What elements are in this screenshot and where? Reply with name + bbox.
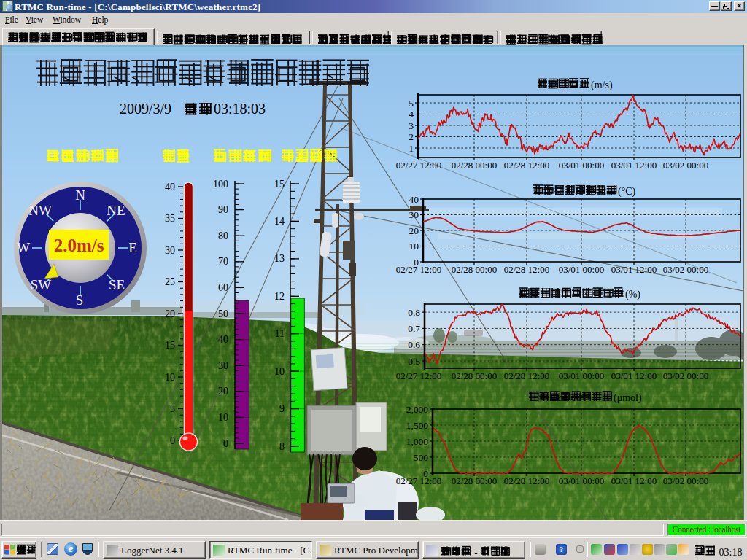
svg-text:N: N xyxy=(75,187,85,203)
svg-text:03/01 12:00: 03/01 12:00 xyxy=(611,160,657,171)
svg-text:03/02 00:00: 03/02 00:00 xyxy=(663,160,708,171)
svg-text:03/01 12:00: 03/01 12:00 xyxy=(611,264,657,275)
svg-text:10: 10 xyxy=(409,241,419,252)
svg-text:2.0m/s: 2.0m/s xyxy=(54,236,104,255)
svg-text:80: 80 xyxy=(218,230,228,241)
svg-text:30: 30 xyxy=(165,245,175,256)
svg-text:15: 15 xyxy=(274,179,285,190)
svg-text:03/02 00:00: 03/02 00:00 xyxy=(663,370,708,381)
svg-text:9: 9 xyxy=(279,403,285,414)
svg-text:0.7: 0.7 xyxy=(408,323,420,334)
svg-text:30: 30 xyxy=(409,209,419,220)
svg-text:W: W xyxy=(17,240,30,255)
svg-text:03/01 00:00: 03/01 00:00 xyxy=(559,475,604,486)
svg-text:0: 0 xyxy=(223,438,228,449)
svg-text:02/28 00:00: 02/28 00:00 xyxy=(452,475,497,486)
svg-text:NW: NW xyxy=(28,203,52,218)
svg-text:50: 50 xyxy=(218,308,228,319)
svg-text:40: 40 xyxy=(218,334,228,345)
svg-text:15: 15 xyxy=(165,340,175,351)
svg-text:02/27 12:00: 02/27 12:00 xyxy=(396,370,441,381)
svg-text:(%): (%) xyxy=(625,289,640,300)
svg-text:02/27 12:00: 02/27 12:00 xyxy=(396,475,441,486)
svg-text:02/28 12:00: 02/28 12:00 xyxy=(504,475,549,486)
svg-text:S: S xyxy=(76,292,84,308)
svg-text:13: 13 xyxy=(274,253,285,264)
svg-text:03/01 00:00: 03/01 00:00 xyxy=(559,264,604,275)
svg-text:2: 2 xyxy=(409,131,414,142)
svg-text:02/28 12:00: 02/28 12:00 xyxy=(504,160,549,171)
svg-text:60: 60 xyxy=(218,282,228,293)
svg-text:100: 100 xyxy=(213,179,228,190)
svg-text:03/02 00:00: 03/02 00:00 xyxy=(663,264,708,275)
svg-text:02/27 12:00: 02/27 12:00 xyxy=(396,264,441,275)
svg-text:8: 8 xyxy=(279,441,285,452)
svg-text:12: 12 xyxy=(274,291,285,302)
svg-text:10: 10 xyxy=(274,366,285,377)
svg-text:NE: NE xyxy=(107,203,125,218)
svg-text:5: 5 xyxy=(170,403,175,414)
svg-text:40: 40 xyxy=(409,194,419,205)
svg-text:1,000: 1,000 xyxy=(406,436,429,447)
svg-text:20: 20 xyxy=(409,225,419,236)
svg-text:14: 14 xyxy=(274,216,285,227)
svg-text:40: 40 xyxy=(165,182,175,192)
svg-text:02/28 00:00: 02/28 00:00 xyxy=(452,264,497,275)
svg-text:70: 70 xyxy=(218,256,228,267)
svg-text:02/28 00:00: 02/28 00:00 xyxy=(452,370,497,381)
svg-text:02/28 12:00: 02/28 12:00 xyxy=(504,370,549,381)
svg-text:03:18:03: 03:18:03 xyxy=(214,101,266,117)
svg-text:03/01 00:00: 03/01 00:00 xyxy=(559,160,604,171)
svg-text:03/02 00:00: 03/02 00:00 xyxy=(663,475,708,486)
svg-text:02/28 00:00: 02/28 00:00 xyxy=(452,160,497,171)
svg-text:0.5: 0.5 xyxy=(408,356,420,367)
svg-text:20: 20 xyxy=(165,308,175,319)
svg-text:35: 35 xyxy=(165,213,175,224)
svg-text:30: 30 xyxy=(218,360,228,371)
svg-text:10: 10 xyxy=(218,412,228,423)
svg-text:0.8: 0.8 xyxy=(408,307,420,318)
svg-text:20: 20 xyxy=(218,386,228,397)
svg-text:03/01 12:00: 03/01 12:00 xyxy=(611,370,657,381)
svg-text:10: 10 xyxy=(165,372,175,383)
svg-text:3: 3 xyxy=(409,120,414,131)
svg-text:02/28 12:00: 02/28 12:00 xyxy=(504,264,549,275)
svg-text:SW: SW xyxy=(31,277,52,292)
svg-text:E: E xyxy=(128,240,137,255)
svg-text:5: 5 xyxy=(409,98,414,109)
svg-text:2009/3/9: 2009/3/9 xyxy=(120,101,171,117)
svg-text:500: 500 xyxy=(414,452,429,463)
svg-text:0: 0 xyxy=(170,435,175,446)
svg-text:11: 11 xyxy=(275,328,285,339)
svg-text:90: 90 xyxy=(218,204,228,215)
svg-text:1,500: 1,500 xyxy=(406,420,429,431)
svg-text:2,000: 2,000 xyxy=(406,404,429,415)
svg-text:25: 25 xyxy=(165,276,175,287)
svg-text:(μmol): (μmol) xyxy=(614,392,642,404)
svg-text:1: 1 xyxy=(409,143,414,154)
svg-text:(m/s): (m/s) xyxy=(591,79,613,91)
svg-text:03/01 00:00: 03/01 00:00 xyxy=(559,370,604,381)
svg-text:4: 4 xyxy=(409,109,414,120)
svg-text:SE: SE xyxy=(109,277,125,292)
svg-text:02/27 12:00: 02/27 12:00 xyxy=(396,160,441,171)
svg-text:(°C): (°C) xyxy=(618,186,636,198)
svg-text:0.6: 0.6 xyxy=(408,339,420,350)
svg-text:03/01 12:00: 03/01 12:00 xyxy=(611,475,657,486)
